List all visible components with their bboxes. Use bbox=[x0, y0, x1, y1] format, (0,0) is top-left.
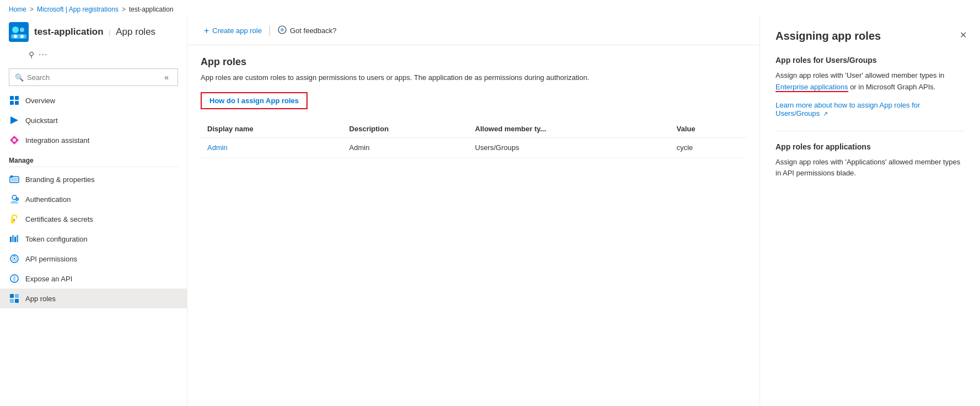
app-roles-label: App roles bbox=[25, 295, 56, 303]
sidebar-pipe: | bbox=[109, 28, 110, 36]
breadcrumb-app: test-application bbox=[129, 6, 174, 13]
svg-point-4 bbox=[14, 35, 17, 38]
sidebar-item-expose-api[interactable]: Expose an API bbox=[0, 269, 187, 289]
authentication-label: Authentication bbox=[25, 195, 71, 204]
sidebar-item-integration[interactable]: Integration assistant bbox=[0, 130, 187, 150]
feedback-label: Got feedback? bbox=[290, 26, 337, 35]
close-panel-button[interactable]: ✕ bbox=[957, 28, 969, 42]
content-description: App roles are custom roles to assign per… bbox=[201, 72, 746, 83]
token-label: Token configuration bbox=[25, 235, 88, 243]
create-label: Create app role bbox=[212, 26, 262, 35]
svg-rect-8 bbox=[10, 101, 14, 105]
sidebar-item-quickstart[interactable]: Quickstart bbox=[0, 110, 187, 130]
collapse-button[interactable]: « bbox=[161, 72, 172, 83]
content-body: App roles App roles are custom roles to … bbox=[187, 45, 760, 406]
sidebar: test-application | App roles ⚲ ··· 🔍 « O… bbox=[0, 17, 187, 406]
col-allowed-member: Allowed member ty... bbox=[469, 120, 670, 138]
sidebar-section-name: App roles bbox=[116, 26, 155, 37]
svg-rect-22 bbox=[10, 237, 12, 242]
svg-point-12 bbox=[13, 138, 16, 142]
breadcrumb-home[interactable]: Home bbox=[9, 6, 26, 13]
breadcrumb-sep1: > bbox=[30, 6, 34, 13]
expose-api-label: Expose an API bbox=[25, 275, 72, 283]
app-roles-icon bbox=[9, 293, 20, 304]
learn-more-link[interactable]: Learn more about how to assign App roles… bbox=[776, 101, 965, 117]
svg-rect-32 bbox=[15, 294, 19, 298]
panel-text-after: or in Microsoft Graph APIs. bbox=[848, 83, 936, 91]
branding-label: Branding & properties bbox=[25, 175, 95, 184]
sidebar-item-branding[interactable]: Branding & properties bbox=[0, 169, 187, 189]
svg-rect-24 bbox=[14, 237, 16, 242]
more-options-icon[interactable]: ··· bbox=[39, 50, 47, 60]
right-panel-title: Assigning app roles bbox=[776, 30, 965, 42]
search-input[interactable] bbox=[27, 73, 158, 82]
panel-section2-text: Assign app roles with 'Applications' all… bbox=[776, 157, 965, 180]
authentication-icon bbox=[9, 194, 20, 205]
svg-rect-25 bbox=[17, 235, 18, 242]
api-permissions-label: API permissions bbox=[25, 255, 77, 263]
sidebar-app-name: test-application bbox=[34, 26, 104, 37]
feedback-button[interactable]: Got feedback? bbox=[272, 23, 342, 38]
panel-section1-text: Assign app roles with 'User' allowed mem… bbox=[776, 70, 965, 93]
enterprise-applications-link[interactable]: Enterprise applications bbox=[776, 83, 848, 92]
panel-section1-title: App roles for Users/Groups bbox=[776, 56, 965, 65]
content-title: App roles bbox=[201, 56, 746, 68]
create-icon: + bbox=[204, 26, 209, 36]
app-roles-table: Display name Description Allowed member … bbox=[201, 120, 746, 158]
content-area: + Create app role Got feedback? App role… bbox=[187, 17, 760, 406]
panel-section2-title: App roles for applications bbox=[776, 142, 965, 151]
overview-icon bbox=[9, 95, 20, 106]
branding-icon bbox=[9, 174, 20, 185]
row-description: Admin bbox=[343, 137, 469, 157]
manage-section-label: Manage bbox=[0, 150, 187, 167]
sidebar-actions: ⚲ ··· bbox=[0, 49, 187, 64]
overview-label: Overview bbox=[25, 97, 55, 105]
quickstart-icon bbox=[9, 115, 20, 126]
svg-rect-33 bbox=[10, 299, 14, 303]
content-toolbar: + Create app role Got feedback? bbox=[187, 17, 760, 45]
breadcrumb: Home > Microsoft | App registrations > t… bbox=[0, 0, 980, 17]
expose-api-icon bbox=[9, 273, 20, 284]
svg-point-21 bbox=[14, 220, 15, 221]
panel-text-before: Assign app roles with 'User' allowed mem… bbox=[776, 71, 944, 79]
learn-more-text: Learn more about how to assign App roles… bbox=[776, 101, 920, 117]
feedback-icon bbox=[278, 25, 287, 36]
breadcrumb-sep2: > bbox=[122, 6, 126, 13]
svg-point-1 bbox=[12, 26, 19, 33]
sidebar-item-api-permissions[interactable]: API permissions bbox=[0, 249, 187, 269]
col-value: Value bbox=[670, 120, 746, 138]
svg-rect-31 bbox=[10, 294, 14, 298]
svg-marker-10 bbox=[10, 116, 18, 124]
row-display-name[interactable]: Admin bbox=[201, 137, 343, 157]
panel-section-users-groups: App roles for Users/Groups Assign app ro… bbox=[776, 56, 965, 117]
integration-label: Integration assistant bbox=[25, 136, 89, 145]
assign-app-roles-link[interactable]: How do I assign App roles bbox=[201, 92, 308, 109]
sidebar-item-certificates[interactable]: Certificates & secrets bbox=[0, 209, 187, 229]
pin-icon[interactable]: ⚲ bbox=[29, 50, 34, 59]
search-icon: 🔍 bbox=[15, 73, 24, 82]
sidebar-item-authentication[interactable]: Authentication bbox=[0, 189, 187, 209]
breadcrumb-registrations[interactable]: Microsoft | App registrations bbox=[37, 6, 119, 13]
svg-rect-20 bbox=[11, 218, 14, 223]
svg-rect-0 bbox=[9, 22, 29, 42]
svg-point-2 bbox=[20, 28, 24, 32]
table-row: Admin Admin Users/Groups cycle bbox=[201, 137, 746, 157]
svg-rect-9 bbox=[15, 101, 19, 105]
svg-rect-3 bbox=[11, 34, 26, 39]
panel-divider bbox=[776, 131, 965, 131]
certificates-label: Certificates & secrets bbox=[25, 215, 93, 223]
sidebar-item-app-roles[interactable]: App roles bbox=[0, 289, 187, 308]
sidebar-header: test-application | App roles bbox=[0, 17, 187, 49]
external-link-icon: ↗ bbox=[823, 110, 828, 117]
sidebar-item-overview[interactable]: Overview bbox=[0, 90, 187, 110]
table-body: Admin Admin Users/Groups cycle bbox=[201, 137, 746, 157]
create-app-role-button[interactable]: + Create app role bbox=[198, 24, 267, 38]
search-box: 🔍 « bbox=[9, 68, 178, 86]
sidebar-title-container: test-application | App roles bbox=[34, 26, 155, 38]
sidebar-item-token[interactable]: Token configuration bbox=[0, 229, 187, 249]
svg-rect-14 bbox=[11, 178, 18, 181]
svg-point-5 bbox=[20, 35, 24, 38]
token-icon bbox=[9, 233, 20, 244]
row-value: cycle bbox=[670, 137, 746, 157]
integration-icon bbox=[9, 135, 20, 146]
